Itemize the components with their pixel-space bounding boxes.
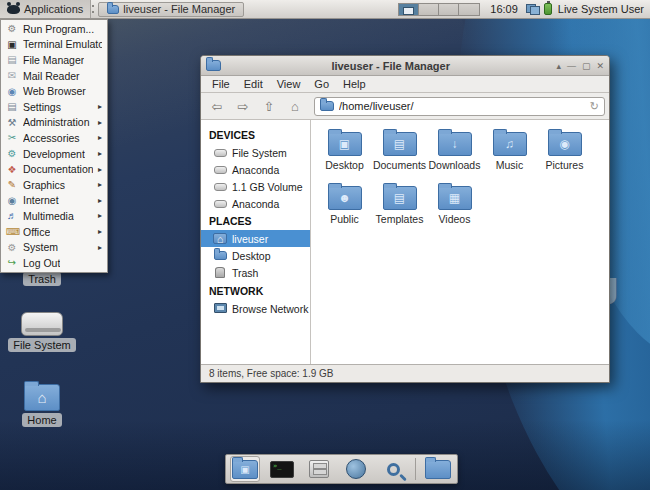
- desktop-folder-icon: ▣: [232, 460, 258, 479]
- folder-icon: ◉: [548, 132, 582, 156]
- window-titlebar[interactable]: liveuser - File Manager ▴ — ▢ ✕: [201, 56, 609, 76]
- workspace-switcher[interactable]: [398, 3, 480, 16]
- forward-button[interactable]: ⇨: [231, 96, 255, 117]
- shade-button[interactable]: ▴: [556, 61, 561, 71]
- folder-icon: ♫: [493, 132, 527, 156]
- sidebar-item-anaconda-2[interactable]: Anaconda: [201, 195, 310, 212]
- workspace-4[interactable]: [459, 4, 479, 15]
- submenu-arrow-icon: ▸: [98, 149, 102, 158]
- menu-item-development[interactable]: ⚙ Development ▸: [1, 146, 107, 162]
- dock-search[interactable]: [378, 456, 408, 482]
- menu-item-office[interactable]: ⌨ Office ▸: [1, 224, 107, 240]
- applications-button[interactable]: Applications: [0, 0, 91, 18]
- menu-item-multimedia[interactable]: ♬ Multimedia ▸: [1, 208, 107, 224]
- home-button[interactable]: ⌂: [283, 96, 307, 117]
- user-label[interactable]: Live System User: [558, 3, 644, 15]
- battery-tray-icon[interactable]: [544, 3, 552, 15]
- xfce-mouse-icon: [7, 5, 20, 14]
- folder-music[interactable]: ♫ Music: [482, 132, 537, 182]
- desktop-icon-file-system[interactable]: File System: [0, 312, 84, 352]
- folder-desktop[interactable]: ▣ Desktop: [317, 132, 372, 182]
- up-button[interactable]: ⇧: [257, 96, 281, 117]
- folder-icon: [425, 460, 451, 479]
- menu-item-file-manager[interactable]: ▤ File Manager: [1, 52, 107, 68]
- dock-desktop-folder[interactable]: ▣: [230, 456, 260, 482]
- sidebar-item-trash[interactable]: Trash: [201, 264, 310, 282]
- window-title: liveuser - File Manager: [225, 60, 556, 72]
- folder-videos[interactable]: ▦ Videos: [427, 186, 482, 236]
- folder-downloads[interactable]: ↓ Downloads: [427, 132, 482, 182]
- submenu-arrow-icon: ▸: [98, 102, 102, 111]
- menu-edit[interactable]: Edit: [237, 78, 270, 90]
- menu-item-log-out[interactable]: ↪ Log Out: [1, 255, 107, 271]
- menu-help[interactable]: Help: [336, 78, 373, 90]
- maximize-button[interactable]: ▢: [582, 61, 591, 71]
- submenu-arrow-icon: ▸: [98, 133, 102, 142]
- menu-view[interactable]: View: [270, 78, 308, 90]
- submenu-arrow-icon: ▸: [98, 196, 102, 205]
- menu-file[interactable]: File: [205, 78, 237, 90]
- submenu-arrow-icon: ▸: [98, 180, 102, 189]
- menu-item-run-program[interactable]: ⚙ Run Program...: [1, 21, 107, 37]
- bottom-dock: ▣ »_: [225, 454, 458, 484]
- side-pane: DEVICES File System Anaconda 1.1 GB Volu…: [201, 120, 311, 364]
- folder-icon: ↓: [438, 132, 472, 156]
- submenu-arrow-icon: ▸: [98, 211, 102, 220]
- menu-item-settings[interactable]: ▤ Settings ▸: [1, 99, 107, 115]
- sidebar-item-volume[interactable]: 1.1 GB Volume: [201, 178, 310, 195]
- reload-icon[interactable]: ↻: [590, 100, 599, 113]
- sidebar-item-desktop[interactable]: Desktop: [201, 247, 310, 264]
- taskbar-button[interactable]: liveuser - File Manager: [98, 2, 244, 17]
- path-text[interactable]: /home/liveuser/: [339, 100, 585, 112]
- clock[interactable]: 16:09: [490, 3, 518, 15]
- folder-public[interactable]: ☻ Public: [317, 186, 372, 236]
- sidebar-header-devices: DEVICES: [201, 126, 310, 144]
- folder-templates[interactable]: ▤ Templates: [372, 186, 427, 236]
- top-panel: Applications liveuser - File Manager 16:…: [0, 0, 650, 19]
- menu-item-administration[interactable]: ⚒ Administration ▸: [1, 115, 107, 131]
- desktop-icon-label: Home: [22, 413, 61, 427]
- path-bar[interactable]: /home/liveuser/ ↻: [314, 97, 605, 116]
- sidebar-item-anaconda-1[interactable]: Anaconda: [201, 161, 310, 178]
- dock-folder[interactable]: [423, 456, 453, 482]
- close-button[interactable]: ✕: [596, 61, 604, 71]
- terminal-icon: »_: [270, 461, 294, 478]
- status-bar: 8 items, Free space: 1.9 GB: [201, 364, 609, 382]
- desktop-icon-home[interactable]: ⌂ Home: [0, 384, 84, 427]
- window-toolbar: ⇦ ⇨ ⇧ ⌂ /home/liveuser/ ↻: [201, 93, 609, 120]
- sidebar-header-places: PLACES: [201, 212, 310, 230]
- back-button[interactable]: ⇦: [205, 96, 229, 117]
- sidebar-item-file-system[interactable]: File System: [201, 144, 310, 161]
- dock-file-cabinet[interactable]: [304, 456, 334, 482]
- menu-item-documentation[interactable]: ❖ Documentation ▸: [1, 161, 107, 177]
- workspace-3[interactable]: [439, 4, 459, 15]
- folder-icon: ▤: [383, 132, 417, 156]
- folder-documents[interactable]: ▤ Documents: [372, 132, 427, 182]
- menu-item-graphics[interactable]: ✎ Graphics ▸: [1, 177, 107, 193]
- menu-item-terminal-emulator[interactable]: ▣ Terminal Emulator: [1, 37, 107, 53]
- dock-separator: [415, 458, 416, 480]
- dock-web-browser[interactable]: [341, 456, 371, 482]
- network-icon: [213, 303, 227, 315]
- path-folder-icon: [320, 101, 334, 111]
- sidebar-item-browse-network[interactable]: Browse Network: [201, 300, 310, 317]
- home-icon: ⌂: [213, 233, 227, 245]
- submenu-arrow-icon: ▸: [98, 243, 102, 252]
- menu-item-accessories[interactable]: ✂ Accessories ▸: [1, 130, 107, 146]
- menu-item-mail-reader[interactable]: ✉ Mail Reader: [1, 68, 107, 84]
- menu-item-internet[interactable]: ◉ Internet ▸: [1, 193, 107, 209]
- folder-pictures[interactable]: ◉ Pictures: [537, 132, 592, 182]
- menu-item-web-browser[interactable]: ◉ Web Browser: [1, 83, 107, 99]
- accessories-icon: ✂: [6, 132, 18, 143]
- menu-go[interactable]: Go: [307, 78, 336, 90]
- network-tray-icon[interactable]: [526, 4, 540, 15]
- drive-icon: [213, 181, 227, 193]
- file-cabinet-icon: [309, 460, 329, 478]
- sidebar-item-liveuser[interactable]: ⌂ liveuser: [201, 230, 310, 247]
- home-folder-icon: ⌂: [24, 384, 60, 411]
- minimize-button[interactable]: —: [567, 61, 576, 71]
- menu-item-system[interactable]: ⚙ System ▸: [1, 239, 107, 255]
- workspace-2[interactable]: [419, 4, 439, 15]
- workspace-1[interactable]: [399, 4, 419, 15]
- dock-terminal[interactable]: »_: [267, 456, 297, 482]
